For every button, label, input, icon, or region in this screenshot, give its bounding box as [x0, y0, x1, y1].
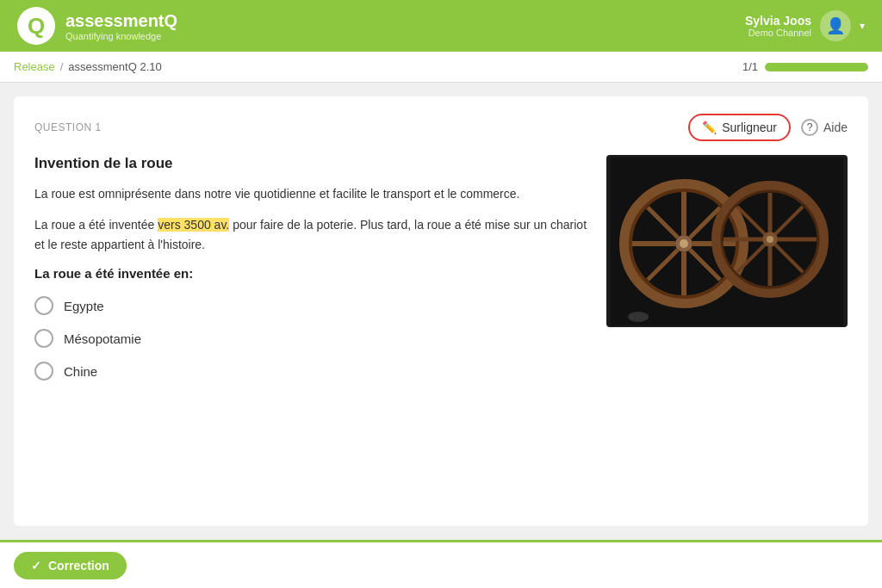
radio-egypte[interactable]	[34, 296, 53, 315]
correction-label: Correction	[48, 559, 109, 573]
bottom-bar: ✓ Correction	[0, 540, 882, 588]
aide-label: Aide	[823, 121, 848, 134]
passage-prefix: La roue a été inventée	[34, 218, 158, 232]
logo-icon: Q	[17, 7, 55, 45]
user-channel: Demo Channel	[745, 28, 811, 38]
user-area: Sylvia Joos Demo Channel 👤 ▾	[745, 10, 865, 41]
breadcrumb-separator: /	[60, 60, 64, 73]
question-text-area: Invention de la roue La roue est omnipré…	[34, 155, 589, 381]
progress-text: 1/1	[742, 60, 758, 73]
breadcrumb-version: assessmentQ 2.10	[68, 60, 161, 73]
user-dropdown-arrow[interactable]: ▾	[860, 20, 865, 32]
option-label-mesopotamie: Mésopotamie	[64, 331, 141, 346]
passage-paragraph-1: La roue est omniprésente dans notre vie …	[34, 184, 589, 203]
wheel-image	[606, 155, 848, 327]
avatar[interactable]: 👤	[820, 10, 851, 41]
option-label-chine: Chine	[64, 364, 97, 379]
logo-text: assessmentQ Quantifying knowledge	[65, 10, 177, 41]
svg-point-4	[680, 239, 688, 248]
options-list: Egypte Mésopotamie Chine	[34, 296, 589, 381]
question-actions: ✏️ Surligneur ? Aide	[688, 114, 848, 141]
highlighted-text: vers 3500 av.	[158, 218, 229, 232]
aide-button[interactable]: ? Aide	[801, 119, 848, 136]
breadcrumb-release[interactable]: Release	[14, 60, 55, 73]
question-header-row: QUESTION 1 ✏️ Surligneur ? Aide	[34, 114, 848, 141]
svg-point-16	[767, 236, 773, 243]
help-icon: ?	[801, 119, 818, 136]
svg-point-25	[628, 312, 649, 322]
main-content: QUESTION 1 ✏️ Surligneur ? Aide Inventio…	[0, 83, 882, 540]
radio-chine[interactable]	[34, 362, 53, 381]
logo-area: Q assessmentQ Quantifying knowledge	[17, 7, 177, 45]
app-name: assessmentQ	[65, 10, 177, 31]
surligneur-label: Surligneur	[722, 121, 777, 134]
question-label: QUESTION 1	[34, 121, 102, 133]
question-card: QUESTION 1 ✏️ Surligneur ? Aide Inventio…	[14, 96, 868, 526]
question-title: Invention de la roue	[34, 155, 589, 172]
surligneur-button[interactable]: ✏️ Surligneur	[688, 114, 791, 141]
progress-area: 1/1	[742, 60, 868, 73]
question-content-layout: Invention de la roue La roue est omnipré…	[34, 155, 848, 381]
option-item-1[interactable]: Egypte	[34, 296, 589, 315]
option-label-egypte: Egypte	[64, 299, 104, 313]
app-tagline: Quantifying knowledge	[65, 31, 177, 41]
question-image-area	[606, 155, 848, 381]
user-name: Sylvia Joos	[745, 14, 811, 28]
wheel-svg	[611, 158, 843, 325]
user-info: Sylvia Joos Demo Channel	[745, 14, 811, 38]
option-item-2[interactable]: Mésopotamie	[34, 329, 589, 348]
breadcrumb: Release / assessmentQ 2.10	[14, 60, 162, 73]
avatar-icon: 👤	[826, 16, 845, 35]
progress-bar	[765, 63, 868, 71]
check-icon: ✓	[31, 559, 41, 573]
pencil-icon: ✏️	[702, 121, 717, 134]
progress-bar-fill	[765, 63, 868, 71]
app-header: Q assessmentQ Quantifying knowledge Sylv…	[0, 0, 882, 52]
question-prompt: La roue a été inventée en:	[34, 266, 589, 281]
option-item-3[interactable]: Chine	[34, 362, 589, 381]
breadcrumb-bar: Release / assessmentQ 2.10 1/1	[0, 52, 882, 83]
passage-paragraph-2: La roue a été inventée vers 3500 av. pou…	[34, 215, 589, 254]
correction-button[interactable]: ✓ Correction	[14, 552, 127, 579]
radio-mesopotamie[interactable]	[34, 329, 53, 348]
passage-text-1: La roue est omniprésente dans notre vie …	[34, 187, 519, 201]
